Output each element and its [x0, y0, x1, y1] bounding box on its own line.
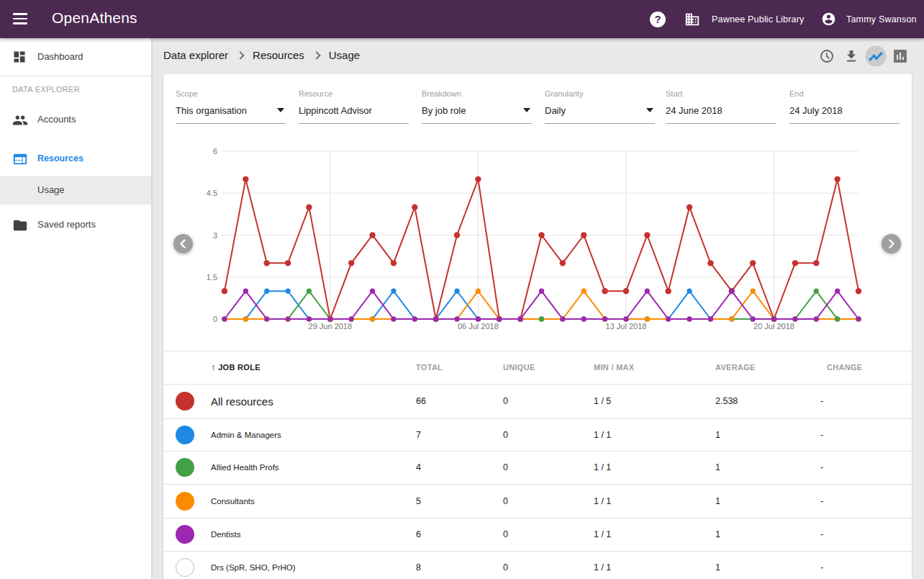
svg-text:13 Jul 2018: 13 Jul 2018	[606, 322, 647, 331]
svg-text:06 Jul 2018: 06 Jul 2018	[458, 322, 499, 331]
svg-text:6: 6	[213, 147, 217, 156]
svg-text:3: 3	[213, 231, 217, 240]
svg-text:0: 0	[213, 315, 217, 323]
svg-text:20 Jul 2018: 20 Jul 2018	[753, 322, 794, 331]
svg-text:4.5: 4.5	[207, 189, 217, 197]
svg-text:1.5: 1.5	[207, 273, 217, 282]
svg-text:29 Jun 2018: 29 Jun 2018	[309, 322, 353, 331]
